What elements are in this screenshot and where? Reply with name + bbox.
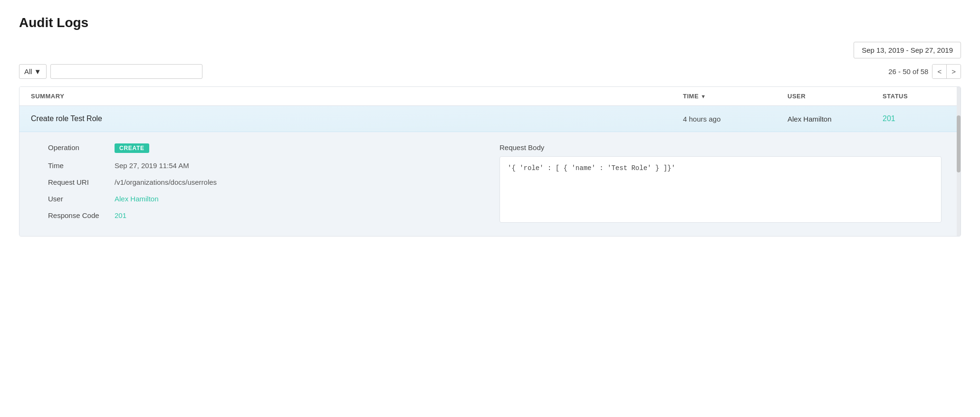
header-status: STATUS [883,93,949,100]
uri-value: /v1/organizations/docs/userroles [115,178,217,186]
filter-arrow-icon: ▼ [34,67,41,76]
page-title: Audit Logs [19,15,961,30]
header-user: USER [788,93,883,100]
pagination-info: 26 - 50 of 58 [888,67,928,76]
prev-page-button[interactable]: < [932,65,947,78]
operation-label: Operation [48,143,115,152]
detail-time-row: Time Sep 27, 2019 11:54 AM [48,161,490,170]
response-code-label: Response Code [48,211,115,219]
next-page-button[interactable]: > [947,65,961,78]
date-range-button[interactable]: Sep 13, 2019 - Sep 27, 2019 [854,42,961,58]
detail-user-row: User Alex Hamilton [48,195,490,203]
toolbar-bottom: All ▼ 26 - 50 of 58 < > [19,64,961,79]
scrollbar-track[interactable] [957,87,961,236]
scrollbar-thumb[interactable] [957,115,961,172]
toolbar-right: 26 - 50 of 58 < > [888,64,961,79]
pagination-controls: < > [932,64,961,79]
row-time: 4 hours ago [683,115,788,123]
expanded-detail: Operation CREATE Time Sep 27, 2019 11:54… [19,132,961,236]
detail-response-row: Response Code 201 [48,211,490,219]
table-row[interactable]: Create role Test Role 4 hours ago Alex H… [19,106,961,132]
detail-operation-row: Operation CREATE [48,143,490,153]
toolbar-left: All ▼ [19,64,202,79]
audit-log-table: SUMMARY TIME ▼ USER STATUS Create role T… [19,86,961,237]
row-user: Alex Hamilton [788,115,883,123]
request-body-label: Request Body [500,143,942,152]
user-detail-label: User [48,195,115,203]
filter-label: All [24,67,32,76]
filter-dropdown[interactable]: All ▼ [19,64,47,79]
detail-left: Operation CREATE Time Sep 27, 2019 11:54… [48,143,490,223]
uri-label: Request URI [48,178,115,186]
response-code-value: 201 [115,211,126,219]
header-summary: SUMMARY [31,93,683,100]
row-summary: Create role Test Role [31,114,683,123]
row-status: 201 [883,114,949,123]
time-sort-icon: ▼ [701,94,706,99]
operation-badge: CREATE [115,143,149,153]
detail-uri-row: Request URI /v1/organizations/docs/userr… [48,178,490,186]
user-detail-value[interactable]: Alex Hamilton [115,195,159,203]
header-time: TIME ▼ [683,93,788,100]
search-input[interactable] [50,64,202,79]
page-wrapper: Audit Logs Sep 13, 2019 - Sep 27, 2019 A… [0,0,980,417]
request-body-box: '{ 'role' : [ { 'name' : 'Test Role' } ]… [500,156,942,223]
detail-right: Request Body '{ 'role' : [ { 'name' : 'T… [500,143,942,223]
time-label: Time [48,161,115,170]
time-value: Sep 27, 2019 11:54 AM [115,161,189,170]
table-header: SUMMARY TIME ▼ USER STATUS [19,87,961,106]
toolbar-top: Sep 13, 2019 - Sep 27, 2019 [19,42,961,58]
